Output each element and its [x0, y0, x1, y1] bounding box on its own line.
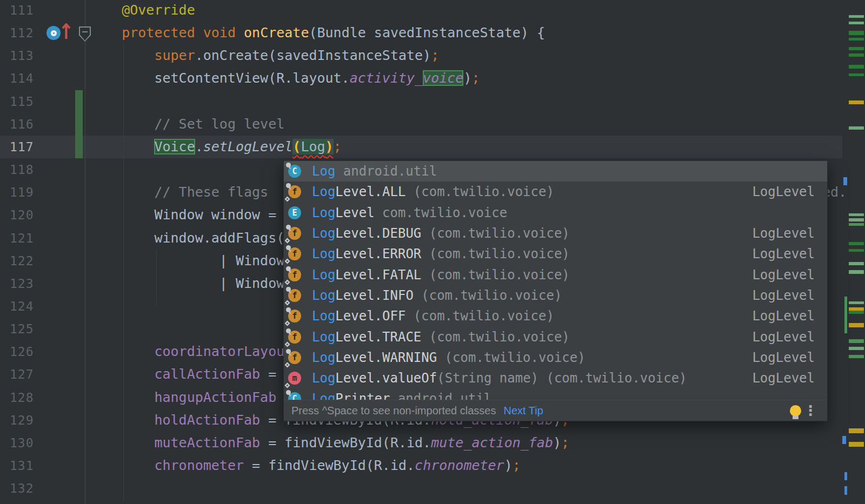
scrollbar-mark[interactable]: [849, 270, 864, 274]
scrollbar-mark[interactable]: [849, 223, 864, 226]
code-line-111[interactable]: 111 @Override: [0, 0, 842, 22]
field-icon: f: [288, 247, 301, 260]
line-number[interactable]: 118: [10, 158, 34, 181]
code-line-116[interactable]: 116 // Set log level: [0, 113, 842, 136]
line-number[interactable]: 124: [10, 295, 34, 318]
completion-footer: Press ^Space to see non-imported classes…: [284, 400, 827, 421]
scrollbar-mark[interactable]: [844, 472, 847, 480]
scrollbar-mark[interactable]: [849, 65, 864, 69]
scrollbar-mark[interactable]: [849, 126, 864, 130]
scrollbar-mark[interactable]: [849, 442, 864, 447]
line-number[interactable]: 131: [10, 454, 34, 477]
scrollbar-mark[interactable]: [849, 53, 864, 57]
scrollbar-mark[interactable]: [849, 242, 864, 245]
scrollbar-mark[interactable]: [849, 47, 864, 50]
scrollbar-mark[interactable]: [849, 213, 864, 216]
line-number[interactable]: 116: [10, 113, 34, 136]
completion-item-LogLevel.OFF[interactable]: fLogLevel.OFF(com.twilio.voice)LogLevel: [284, 306, 827, 326]
completion-popup: CLogandroid.utilfLogLevel.ALL(com.twilio…: [283, 160, 828, 421]
scrollbar-mark[interactable]: [843, 177, 847, 185]
scrollbar-mark[interactable]: [844, 297, 847, 333]
line-number[interactable]: 132: [10, 477, 34, 500]
line-number[interactable]: 115: [10, 90, 34, 113]
scrollbar-mark[interactable]: [849, 323, 864, 327]
completion-item-LogLevel[interactable]: ELogLevelcom.twilio.voice: [284, 203, 827, 223]
completion-item-type: LogLevel: [752, 371, 815, 386]
static-decorator-icon: [285, 321, 290, 326]
static-decorator-icon: [285, 259, 290, 264]
scrollbar-mark[interactable]: [849, 100, 864, 104]
code-line-113[interactable]: 113 super.onCreate(savedInstanceState);: [0, 44, 842, 68]
completion-item-LogLevel.INFO[interactable]: fLogLevel.INFO(com.twilio.voice)LogLevel: [284, 285, 827, 306]
completion-item-label: LogLevel.DEBUG(com.twilio.voice): [312, 226, 570, 241]
line-number[interactable]: 125: [10, 318, 34, 340]
line-number[interactable]: 121: [10, 227, 34, 250]
scrollbar-mark[interactable]: [849, 249, 864, 252]
line-number[interactable]: 122: [10, 250, 34, 272]
line-number[interactable]: 126: [10, 340, 34, 363]
token: [89, 344, 154, 359]
completion-item-LogLevel.FATAL[interactable]: fLogLevel.FATAL(com.twilio.voice)LogLeve…: [284, 264, 827, 285]
line-number[interactable]: 128: [10, 386, 34, 409]
completion-item-type: LogLevel: [752, 226, 815, 241]
completion-item-Log[interactable]: CLogandroid.util: [284, 161, 827, 182]
scrollbar-mark[interactable]: [849, 262, 864, 265]
scrollbar-mark[interactable]: [849, 347, 864, 350]
completion-item-LogLevel.ALL[interactable]: fLogLevel.ALL(com.twilio.voice)LogLevel: [284, 182, 827, 202]
scrollbar-mark[interactable]: [842, 436, 846, 444]
token: | Window: [89, 253, 284, 268]
line-number[interactable]: 117: [10, 136, 34, 158]
scrollbar-mark[interactable]: [849, 73, 864, 76]
scrollbar-mark[interactable]: [849, 218, 864, 221]
line-number[interactable]: 119: [10, 181, 34, 204]
code-line-132[interactable]: 132: [0, 477, 842, 500]
line-number[interactable]: 120: [10, 204, 34, 226]
line-number[interactable]: 129: [10, 409, 34, 432]
completion-item-LogLevel.DEBUG[interactable]: fLogLevel.DEBUG(com.twilio.voice)LogLeve…: [284, 223, 827, 244]
code-line-112[interactable]: 112 protected void onCreate(Bundle saved…: [0, 22, 842, 45]
completion-item-type: LogLevel: [752, 246, 815, 261]
token: void: [203, 25, 236, 41]
scrollbar-mark[interactable]: [849, 311, 864, 314]
line-number[interactable]: 127: [10, 363, 34, 386]
scrollbar-mark[interactable]: [849, 15, 864, 18]
completion-item-LogLevel.valueOf[interactable]: mLogLevel.valueOf(String name)(com.twili…: [284, 368, 827, 388]
completion-item-LogLevel.TRACE[interactable]: fLogLevel.TRACE(com.twilio.voice)LogLeve…: [284, 326, 827, 347]
line-number[interactable]: 123: [10, 272, 34, 295]
line-number[interactable]: 113: [10, 44, 34, 67]
completion-item-LogLevel.ERROR[interactable]: fLogLevel.ERROR(com.twilio.voice)LogLeve…: [284, 244, 827, 264]
token: // These flags: [154, 184, 268, 200]
line-number[interactable]: 114: [10, 67, 34, 90]
code-line-117[interactable]: 117 Voice.setLogLevel(Log);: [0, 136, 842, 159]
scrollbar-mark[interactable]: [849, 22, 864, 24]
code-text: | Window: [89, 250, 284, 272]
scrollbar-mark[interactable]: [849, 355, 864, 358]
token: super: [154, 48, 195, 63]
static-decorator-icon: [285, 279, 290, 285]
code-line-131[interactable]: 131 chronometer = findViewById(R.id.chro…: [0, 454, 842, 478]
code-line-130[interactable]: 130 muteActionFab = findViewById(R.id.mu…: [0, 432, 842, 455]
completion-item-label: LogLevel.ALL(com.twilio.voice): [312, 184, 554, 199]
code-editor: ↑ 111 @Override112 protected void onCrea…: [0, 0, 865, 504]
scrollbar-mark[interactable]: [844, 486, 847, 495]
scrollbar-mark[interactable]: [849, 428, 864, 433]
code-line-115[interactable]: 115: [0, 90, 842, 113]
code-text: protected void onCreate(Bundle savedInst…: [89, 22, 545, 44]
line-number[interactable]: 112: [10, 22, 34, 44]
scrollbar-mark[interactable]: [849, 301, 864, 304]
line-number[interactable]: 111: [10, 0, 34, 22]
scrollbar-mark[interactable]: [849, 339, 864, 343]
code-text: // These flags: [89, 181, 268, 204]
lightbulb-icon[interactable]: [790, 405, 801, 416]
completion-item-LogPrinter[interactable]: CLogPrinterandroid.util: [284, 388, 827, 401]
static-decorator-icon: [285, 362, 290, 367]
token: window.addFlags(: [89, 230, 284, 246]
next-tip-link[interactable]: Next Tip: [503, 405, 543, 417]
footer-hint: Press ^Space to see non-imported classes: [291, 405, 496, 417]
scrollbar-mark[interactable]: [849, 31, 864, 35]
line-number[interactable]: 130: [10, 432, 34, 454]
scrollbar-mark[interactable]: [849, 38, 864, 41]
completion-item-LogLevel.WARNING[interactable]: fLogLevel.WARNING(com.twilio.voice)LogLe…: [284, 347, 827, 368]
code-line-114[interactable]: 114 setContentView(R.layout.activity_voi…: [0, 67, 842, 90]
kebab-menu-icon[interactable]: ⋮: [801, 400, 820, 421]
